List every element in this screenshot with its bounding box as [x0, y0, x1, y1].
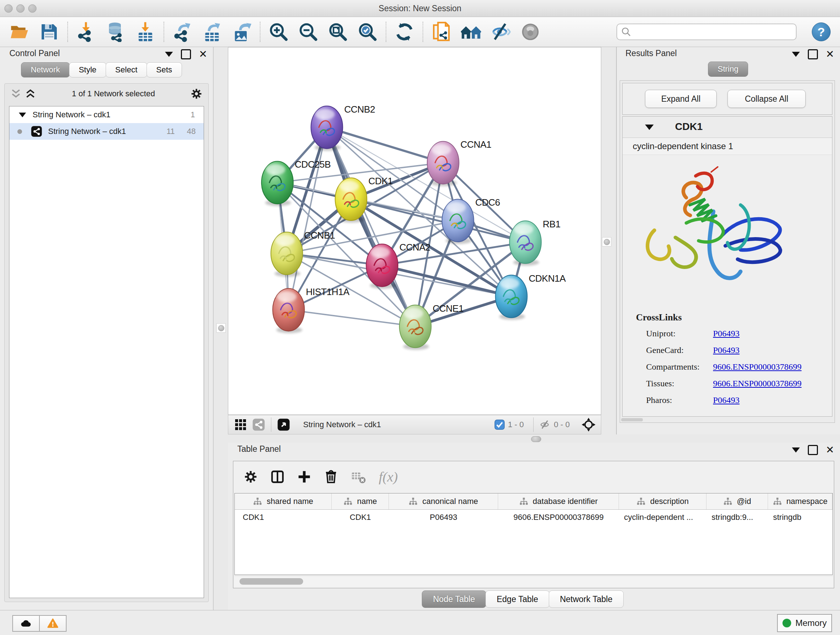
import-network-database-icon[interactable]	[106, 22, 126, 42]
network-node-CDC6[interactable]: CDC6	[442, 197, 500, 244]
network-node-HIST1H1A[interactable]: HIST1H1A	[273, 287, 350, 333]
export-network-icon[interactable]	[172, 22, 193, 42]
float-panel-icon[interactable]	[181, 49, 191, 59]
warning-button[interactable]	[39, 615, 66, 632]
close-panel-icon[interactable]: ✕	[826, 446, 834, 454]
open-session-icon[interactable]	[9, 22, 30, 42]
table-panel-title: Table Panel	[237, 444, 281, 454]
tab-sets[interactable]: Sets	[147, 62, 182, 78]
tab-network[interactable]: Network	[21, 62, 70, 78]
crosshair-icon[interactable]	[581, 417, 596, 432]
save-session-icon[interactable]	[39, 22, 59, 42]
column-header--id[interactable]: @id	[706, 494, 768, 509]
network-node-CDK1[interactable]: CDK1	[335, 176, 393, 223]
export-table-icon[interactable]	[202, 22, 222, 42]
float-panel-icon[interactable]	[808, 49, 818, 59]
table-row[interactable]: CDK1CDK1P064939606.ENSP00000378699cyclin…	[235, 510, 832, 525]
tree-expand-caret-icon[interactable]	[19, 112, 26, 117]
grid-icon[interactable]	[234, 418, 247, 431]
crosslink-link[interactable]: P06493	[713, 395, 739, 405]
gene-header[interactable]: CDK1	[622, 117, 832, 138]
hidden-eye-icon[interactable]	[539, 419, 551, 431]
network-node-CCNE1[interactable]: CCNE1	[399, 303, 463, 350]
network-options-gear-icon[interactable]	[190, 88, 202, 100]
export-image-icon[interactable]	[232, 22, 252, 42]
network-node-CCNA2[interactable]: CCNA2	[366, 242, 430, 289]
network-edge-CCNB2-CCNA1[interactable]	[327, 127, 443, 163]
import-network-file-icon[interactable]	[76, 22, 96, 42]
panel-menu-icon[interactable]	[792, 448, 800, 453]
close-panel-icon[interactable]: ✕	[199, 50, 207, 58]
scrollbar-thumb[interactable]	[240, 578, 303, 585]
collapse-caret-icon[interactable]	[645, 125, 654, 130]
column-header-database-identifier[interactable]: database identifier	[498, 494, 619, 509]
column-header-description[interactable]: description	[619, 494, 706, 509]
string-home-icon[interactable]	[461, 22, 481, 42]
network-node-CCNB2[interactable]: CCNB2	[311, 104, 375, 151]
zoom-fit-icon[interactable]	[328, 22, 348, 42]
search-field[interactable]	[616, 24, 797, 40]
network-canvas[interactable]: CCNB2CCNA1CDC25BCDK1CDC6RB1CCNB1CCNA2CDK…	[228, 47, 601, 415]
horizontal-splitter[interactable]	[228, 434, 840, 443]
column-header-canonical-name[interactable]: canonical name	[389, 494, 498, 509]
help-icon[interactable]: ?	[812, 22, 831, 41]
expand-all-button[interactable]: Expand All	[645, 90, 717, 108]
results-scrollbar[interactable]	[621, 418, 643, 421]
delete-column-trash-icon[interactable]	[324, 470, 338, 484]
hide-selected-eye-icon[interactable]	[491, 22, 511, 42]
right-splitter-handle[interactable]	[602, 237, 611, 247]
collapse-all-button[interactable]: Collapse All	[728, 90, 806, 108]
selected-checkbox[interactable]	[494, 419, 505, 430]
network-collection-row[interactable]: String Network – cdk1 1	[9, 106, 204, 123]
float-panel-icon[interactable]	[808, 445, 818, 455]
update-network-icon[interactable]	[394, 22, 415, 42]
crosslink-link[interactable]: P06493	[713, 329, 739, 338]
left-splitter-handle[interactable]	[216, 323, 226, 333]
network-node-RB1[interactable]: RB1	[509, 219, 561, 266]
zoom-selected-icon[interactable]	[357, 22, 378, 42]
column-header-namespace[interactable]: namespace	[768, 494, 832, 509]
network-node-CDKN1A[interactable]: CDKN1A	[496, 273, 566, 320]
import-table-file-icon[interactable]	[135, 22, 156, 42]
crosslink-link[interactable]: 9606.ENSP00000378699	[713, 379, 802, 388]
panel-menu-icon[interactable]	[165, 52, 173, 57]
table-options-gear-icon[interactable]	[243, 470, 258, 484]
left-splitter[interactable]	[213, 47, 228, 610]
function-builder-icon[interactable]: f(x)	[379, 469, 398, 485]
show-columns-icon[interactable]	[270, 470, 285, 484]
close-panel-icon[interactable]: ✕	[826, 50, 834, 58]
crosslink-link[interactable]: P06493	[713, 345, 739, 355]
search-input[interactable]	[632, 24, 792, 40]
collapse-all-networks-icon[interactable]	[10, 88, 22, 100]
column-header-name[interactable]: name	[332, 494, 389, 509]
tab-select[interactable]: Select	[106, 62, 147, 78]
expand-all-networks-icon[interactable]	[24, 88, 36, 100]
horizontal-splitter-handle[interactable]	[531, 436, 541, 442]
right-splitter[interactable]	[601, 47, 617, 434]
navigator-icon[interactable]	[277, 418, 290, 431]
share-icon[interactable]	[252, 418, 265, 431]
column-type-icon	[636, 497, 646, 506]
network-node-CCNB1[interactable]: CCNB1	[271, 230, 335, 277]
crosslink-link[interactable]: 9606.ENSP00000378699	[713, 362, 802, 371]
tab-style[interactable]: Style	[69, 62, 106, 78]
show-all-eye-icon[interactable]	[520, 22, 540, 42]
table-horizontal-scrollbar[interactable]	[234, 576, 833, 587]
column-header-shared-name[interactable]: shared name	[235, 494, 332, 509]
tab-string[interactable]: String	[708, 62, 748, 77]
panel-menu-icon[interactable]	[792, 52, 800, 57]
network-edge-CCNB2-HIST1H1A[interactable]	[289, 127, 327, 310]
network-edge-HIST1H1A-CCNE1[interactable]	[289, 310, 415, 326]
zoom-out-icon[interactable]	[298, 22, 318, 42]
tab-node-table[interactable]: Node Table	[422, 591, 486, 608]
memory-button[interactable]: Memory	[777, 614, 832, 632]
clone-network-icon[interactable]	[431, 22, 452, 42]
zoom-in-icon[interactable]	[268, 22, 289, 42]
tab-edge-table[interactable]: Edge Table	[485, 591, 549, 608]
network-node-CDC25B[interactable]: CDC25B	[262, 159, 331, 206]
tab-network-table[interactable]: Network Table	[549, 591, 624, 608]
create-column-plus-icon[interactable]	[297, 470, 311, 484]
cloud-button[interactable]	[12, 615, 40, 632]
network-row-selected[interactable]: String Network – cdk1 11 48	[9, 123, 204, 140]
delete-table-icon[interactable]	[351, 470, 366, 484]
